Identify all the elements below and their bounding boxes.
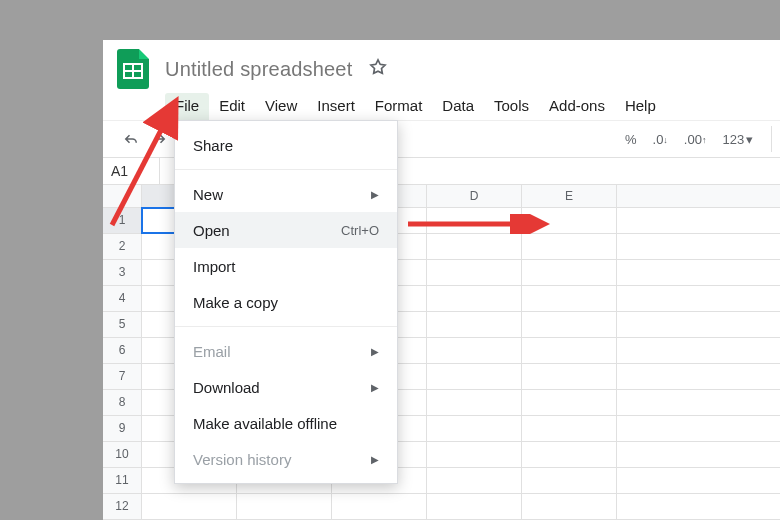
chevron-right-icon: ▶ — [371, 346, 379, 357]
cell-E9[interactable] — [522, 416, 617, 441]
chevron-right-icon: ▶ — [371, 189, 379, 200]
col-header-E[interactable]: E — [522, 185, 617, 207]
row-header-4[interactable]: 4 — [103, 286, 142, 311]
file-menu-version-history: Version history▶ — [175, 441, 397, 477]
cell-D2[interactable] — [427, 234, 522, 259]
cell-E10[interactable] — [522, 442, 617, 467]
chevron-right-icon: ▶ — [371, 454, 379, 465]
decrease-decimal[interactable]: .0↓ — [645, 132, 676, 147]
doc-header: Untitled spreadsheet — [103, 40, 780, 92]
format-percent[interactable]: % — [617, 132, 645, 147]
menu-data[interactable]: Data — [432, 93, 484, 120]
cell-E1[interactable] — [522, 208, 617, 233]
cell-B12[interactable] — [237, 494, 332, 519]
doc-title[interactable]: Untitled spreadsheet — [165, 58, 352, 81]
cell-D7[interactable] — [427, 364, 522, 389]
cell-E2[interactable] — [522, 234, 617, 259]
undo-button[interactable] — [117, 125, 145, 153]
file-menu-share[interactable]: Share — [175, 127, 397, 163]
chevron-right-icon: ▶ — [371, 382, 379, 393]
cell-E12[interactable] — [522, 494, 617, 519]
cell-D10[interactable] — [427, 442, 522, 467]
file-menu-new[interactable]: New▶ — [175, 176, 397, 212]
row-12: 12 — [103, 494, 780, 520]
row-header-11[interactable]: 11 — [103, 468, 142, 493]
menu-insert[interactable]: Insert — [307, 93, 365, 120]
cell-E6[interactable] — [522, 338, 617, 363]
row-header-7[interactable]: 7 — [103, 364, 142, 389]
menu-add-ons[interactable]: Add-ons — [539, 93, 615, 120]
file-menu-make-a-copy[interactable]: Make a copy — [175, 284, 397, 320]
menu-edit[interactable]: Edit — [209, 93, 255, 120]
cell-D3[interactable] — [427, 260, 522, 285]
menu-view[interactable]: View — [255, 93, 307, 120]
menu-help[interactable]: Help — [615, 93, 666, 120]
file-menu-download[interactable]: Download▶ — [175, 369, 397, 405]
cell-D9[interactable] — [427, 416, 522, 441]
row-header-1[interactable]: 1 — [103, 208, 142, 233]
cell-D8[interactable] — [427, 390, 522, 415]
file-menu-make-available-offline[interactable]: Make available offline — [175, 405, 397, 441]
col-header-D[interactable]: D — [427, 185, 522, 207]
row-header-3[interactable]: 3 — [103, 260, 142, 285]
cell-D5[interactable] — [427, 312, 522, 337]
row-header-10[interactable]: 10 — [103, 442, 142, 467]
cell-D6[interactable] — [427, 338, 522, 363]
row-header-6[interactable]: 6 — [103, 338, 142, 363]
cell-D12[interactable] — [427, 494, 522, 519]
row-header-8[interactable]: 8 — [103, 390, 142, 415]
sheets-logo-icon[interactable] — [117, 49, 149, 89]
name-box[interactable]: A1 — [103, 158, 160, 184]
cell-E3[interactable] — [522, 260, 617, 285]
cell-A12[interactable] — [142, 494, 237, 519]
row-header-2[interactable]: 2 — [103, 234, 142, 259]
star-icon[interactable] — [368, 57, 388, 81]
redo-button[interactable] — [145, 125, 173, 153]
menu-file[interactable]: File — [165, 93, 209, 120]
app-window: Untitled spreadsheet FileEditViewInsertF… — [103, 40, 780, 520]
select-all-corner[interactable] — [103, 185, 142, 207]
cell-E8[interactable] — [522, 390, 617, 415]
file-menu-email: Email▶ — [175, 333, 397, 369]
cell-E11[interactable] — [522, 468, 617, 493]
font-family-select[interactable]: Default (Ari...▾ — [771, 126, 780, 152]
cell-C12[interactable] — [332, 494, 427, 519]
menu-bar: FileEditViewInsertFormatDataToolsAdd-ons… — [103, 92, 780, 120]
menu-tools[interactable]: Tools — [484, 93, 539, 120]
file-menu-import[interactable]: Import — [175, 248, 397, 284]
cell-E4[interactable] — [522, 286, 617, 311]
file-menu-open[interactable]: OpenCtrl+O — [175, 212, 397, 248]
file-menu-dropdown[interactable]: ShareNew▶OpenCtrl+OImportMake a copyEmai… — [174, 120, 398, 484]
row-header-12[interactable]: 12 — [103, 494, 142, 519]
cell-E5[interactable] — [522, 312, 617, 337]
number-format[interactable]: 123▾ — [714, 132, 761, 147]
increase-decimal[interactable]: .00↑ — [676, 132, 715, 147]
cell-D11[interactable] — [427, 468, 522, 493]
cell-D1[interactable] — [427, 208, 522, 233]
row-header-5[interactable]: 5 — [103, 312, 142, 337]
row-header-9[interactable]: 9 — [103, 416, 142, 441]
cell-D4[interactable] — [427, 286, 522, 311]
menu-format[interactable]: Format — [365, 93, 433, 120]
cell-E7[interactable] — [522, 364, 617, 389]
